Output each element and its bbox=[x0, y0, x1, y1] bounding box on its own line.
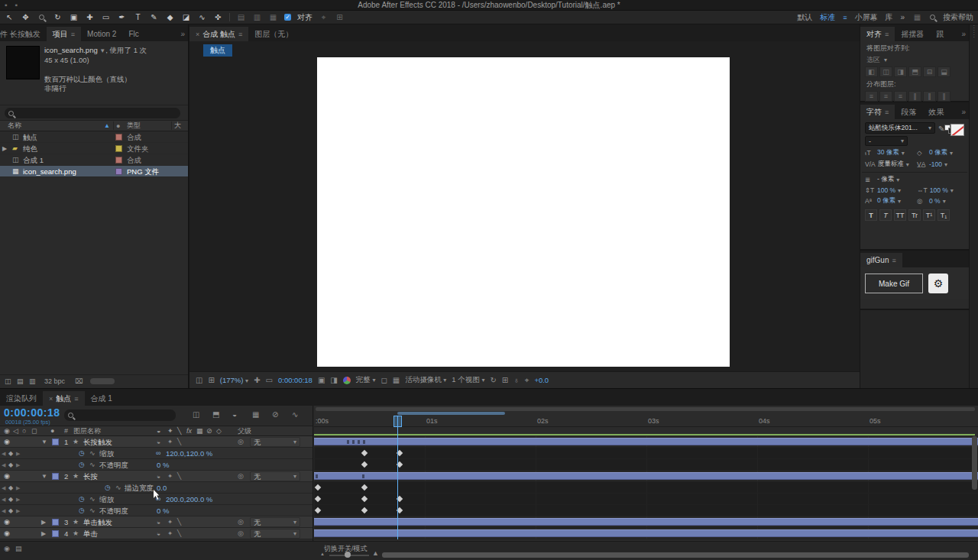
close-tab-icon[interactable]: × bbox=[49, 395, 53, 403]
property-name[interactable]: 描边宽度 bbox=[125, 482, 154, 494]
layer-duration-bar[interactable] bbox=[314, 438, 978, 445]
layer-track[interactable] bbox=[314, 436, 978, 448]
timeline-horizontal-scrollbar[interactable] bbox=[382, 552, 969, 558]
eye-icon[interactable]: ◉ bbox=[4, 516, 10, 528]
layer-track[interactable] bbox=[314, 528, 978, 539]
workspace-default[interactable]: 默认 bbox=[797, 12, 812, 23]
tab-align[interactable]: 对齐≡ bbox=[860, 27, 895, 41]
current-time-indicator[interactable] bbox=[397, 416, 398, 539]
parent-pickwhip-icon[interactable]: ◎ bbox=[238, 471, 244, 482]
tab-gifgun[interactable]: gifGun≡ bbox=[860, 253, 902, 267]
keyframe-icon[interactable] bbox=[315, 496, 321, 502]
layer-duration-bar[interactable] bbox=[314, 518, 978, 526]
collapsed-panel-gutter[interactable]: ⋮⋮ bbox=[970, 24, 978, 388]
main-viewer-icon[interactable]: ⊞ bbox=[208, 376, 214, 384]
prev-keyframe-icon[interactable]: ◀ bbox=[2, 448, 5, 459]
show-snapshot-icon[interactable]: ◨ bbox=[330, 376, 337, 384]
layer-row[interactable]: ◉ ▶ 4 ★ 单击 ◒ ✦ ╲ ◎ 无▾ bbox=[0, 528, 313, 539]
work-area-bar[interactable] bbox=[397, 412, 505, 415]
no-fill-swatch[interactable] bbox=[950, 124, 964, 136]
collapse-switch[interactable]: ✦ bbox=[167, 516, 173, 528]
expand-transfer-controls-icon[interactable]: ▤ bbox=[15, 545, 22, 552]
interpret-footage-icon[interactable]: ◫ bbox=[5, 375, 11, 387]
column-type[interactable]: 类型 bbox=[127, 121, 141, 131]
brush-tool-icon[interactable]: ✎ bbox=[149, 11, 159, 24]
font-family-dropdown[interactable]: 站酷快乐体201...▾ bbox=[865, 122, 935, 134]
quality-switch[interactable]: ╲ bbox=[177, 436, 181, 448]
distribute-left-button[interactable]: ∥ bbox=[908, 91, 921, 102]
tab-paragraph[interactable]: 段落 bbox=[895, 105, 922, 119]
twirl-right-icon[interactable]: ▶ bbox=[41, 516, 46, 528]
expand-layer-controls-icon[interactable]: ◉ bbox=[4, 545, 10, 552]
keyframe-icon[interactable] bbox=[361, 484, 368, 490]
shy-switch[interactable]: ◒ bbox=[157, 471, 160, 482]
project-item-row[interactable]: ▶ ▰ 纯色 文件夹 bbox=[0, 143, 188, 154]
transparency-grid-icon[interactable]: ▦ bbox=[393, 376, 400, 384]
window-control-icon[interactable]: ▪ bbox=[15, 0, 18, 11]
parent-pickwhip-icon[interactable]: ◎ bbox=[238, 528, 244, 539]
panel-menu-icon[interactable]: ≡ bbox=[892, 257, 895, 264]
roto-brush-tool-icon[interactable]: ∿ bbox=[197, 11, 207, 24]
shy-switch[interactable]: ◒ bbox=[157, 528, 160, 539]
timeline-vertical-scrollbar[interactable] bbox=[972, 436, 977, 490]
eyedropper-icon[interactable]: ✎ bbox=[938, 125, 944, 133]
tab-layer-viewer[interactable]: 图层（无） bbox=[248, 27, 299, 41]
property-value[interactable]: 120.0,120.0 % bbox=[166, 448, 212, 459]
exposure-value[interactable]: +0.0 bbox=[534, 376, 549, 384]
prev-keyframe-icon[interactable]: ◀ bbox=[2, 482, 5, 494]
panel-menu-icon[interactable]: ≡ bbox=[71, 31, 75, 38]
workspace-overflow-chevron[interactable]: » bbox=[900, 13, 905, 21]
tab-tracker[interactable]: 跟 bbox=[930, 27, 950, 41]
keyframe-icon[interactable] bbox=[315, 507, 321, 513]
distribute-bottom-button[interactable]: ≡ bbox=[894, 91, 907, 102]
motion-blur-icon[interactable]: ⊘ bbox=[272, 410, 278, 419]
more-tabs-chevron[interactable]: » bbox=[958, 27, 969, 41]
item-name[interactable]: 触点 bbox=[23, 131, 37, 143]
fast-previews-icon[interactable]: ⊞ bbox=[502, 376, 508, 384]
align-bottom-button[interactable]: ⬓ bbox=[938, 66, 950, 77]
shy-layers-icon[interactable]: ◒ bbox=[232, 410, 237, 419]
always-preview-icon[interactable]: ◫ bbox=[196, 376, 202, 384]
property-track[interactable] bbox=[314, 482, 978, 494]
quality-switch[interactable]: ╲ bbox=[177, 471, 181, 482]
snap-option-icon[interactable]: ⊞ bbox=[335, 11, 345, 24]
eye-icon[interactable]: ◉ bbox=[4, 471, 10, 482]
property-value[interactable]: 0.0 bbox=[157, 482, 167, 494]
axis-mode-world-icon[interactable]: ▥ bbox=[252, 11, 262, 24]
leading-control[interactable]: ≣- 像素▾ bbox=[865, 175, 966, 184]
region-of-interest-icon[interactable]: ◻ bbox=[381, 376, 387, 384]
mask-visibility-icon[interactable]: ▭ bbox=[266, 376, 273, 384]
snap-checkbox[interactable]: ✓ bbox=[284, 14, 291, 21]
item-name[interactable]: 合成 1 bbox=[23, 154, 44, 166]
eye-icon[interactable]: ◉ bbox=[4, 528, 10, 539]
mini-flowchart-icon[interactable]: ◫ bbox=[193, 410, 199, 419]
stopwatch-icon[interactable]: ◷ bbox=[79, 494, 85, 505]
workspace-library[interactable]: 库 bbox=[885, 12, 892, 23]
current-time-display[interactable]: 0:00:00:18 bbox=[4, 406, 60, 419]
parent-dropdown[interactable]: 无▾ bbox=[250, 529, 300, 539]
keyframe-icon[interactable] bbox=[315, 484, 321, 490]
column-size[interactable]: 大 bbox=[174, 121, 181, 131]
comp-current-time[interactable]: 0:00:00:18 bbox=[278, 376, 313, 384]
layer-row[interactable]: ◉ ▶ 3 ★ 单击触发 ◒ ✦ ╲ ◎ 无▾ bbox=[0, 516, 313, 528]
property-row[interactable]: ◀ ◆ ▶ ◷ ∿ 不透明度 0 % bbox=[0, 459, 313, 471]
property-track[interactable] bbox=[314, 494, 978, 505]
label-color-swatch[interactable] bbox=[115, 134, 122, 141]
shy-switch[interactable]: ◒ bbox=[157, 436, 160, 448]
footage-name[interactable]: icon_search.png bbox=[44, 46, 98, 54]
collapse-switch[interactable]: ✦ bbox=[167, 528, 173, 539]
label-color-swatch[interactable] bbox=[115, 145, 122, 152]
panel-menu-icon[interactable]: ≡ bbox=[885, 108, 889, 116]
next-keyframe-icon[interactable]: ▶ bbox=[16, 459, 20, 471]
tab-effect-controls[interactable]: 件 长按触发 bbox=[0, 27, 47, 41]
panel-menu-icon[interactable]: ≡ bbox=[238, 31, 242, 38]
parent-pickwhip-icon[interactable]: ◎ bbox=[238, 436, 244, 448]
type-tool-icon[interactable]: T bbox=[133, 11, 143, 24]
font-style-dropdown[interactable]: -▾ bbox=[865, 136, 908, 146]
layer-name[interactable]: 单击 bbox=[83, 528, 98, 539]
flowchart-button-icon[interactable]: ⌖ bbox=[525, 376, 529, 385]
tab-timeline-comp[interactable]: × 触点 ≡ bbox=[43, 391, 85, 406]
project-search-input[interactable] bbox=[5, 108, 180, 118]
tab-project[interactable]: 项目≡ bbox=[47, 27, 81, 41]
eraser-tool-icon[interactable]: ◪ bbox=[181, 11, 191, 24]
